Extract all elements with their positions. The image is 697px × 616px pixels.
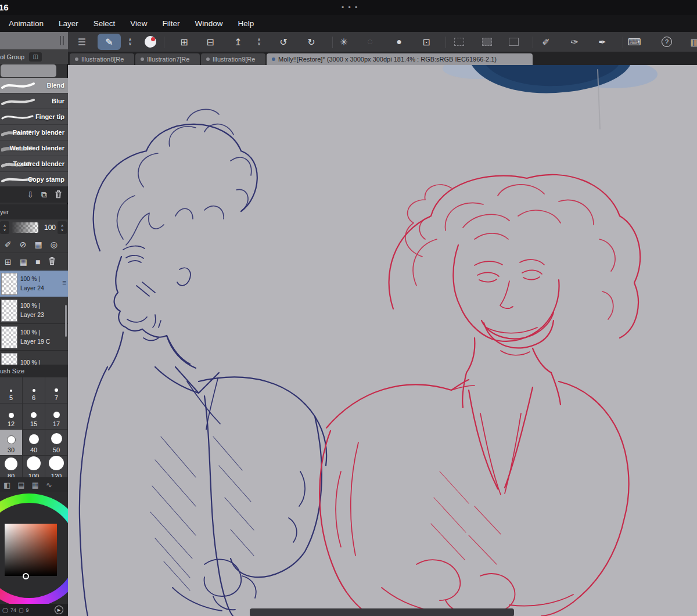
menu-animation[interactable]: Animation [9, 19, 44, 28]
document-tab[interactable]: Illustration7[Re [135, 53, 200, 65]
import-subtool-button[interactable]: ⇩ [27, 190, 34, 199]
brush-size-cell[interactable]: 12 [0, 404, 23, 430]
brush-size-cell[interactable]: 5 [0, 377, 23, 404]
help-button[interactable]: ? [657, 34, 677, 50]
brush-size-cell[interactable]: 6 [23, 377, 45, 404]
panel-scrollbar[interactable] [65, 305, 67, 337]
polyline-tool-button[interactable]: ✐ [536, 34, 556, 50]
brush-size-cell-selected[interactable]: 30 [0, 430, 23, 456]
opacity-stepper[interactable]: ∧ ∨ [58, 221, 67, 234]
gradient-square-tab[interactable]: ◧ [3, 481, 10, 489]
play-button[interactable]: ▶ [55, 606, 63, 614]
brush-size-cell[interactable]: 7 [45, 377, 68, 404]
pen-tool-button[interactable]: ✎ [98, 34, 121, 50]
marquee-fill-select-button[interactable] [477, 34, 497, 50]
new-folder-button[interactable]: ▦ [20, 257, 27, 266]
layer-row[interactable]: 100 % | Layer 23 [0, 297, 68, 324]
document-tab[interactable]: Illustration8[Re [70, 53, 134, 65]
keyboard-shortcuts-button[interactable]: ⌨ [624, 34, 644, 50]
new-layer-button[interactable]: ⊞ [5, 257, 12, 266]
export-button[interactable]: ↥ [228, 34, 248, 50]
marquee-select-button[interactable] [449, 34, 469, 50]
document-tab[interactable]: Illustration9[Re [201, 53, 265, 65]
subtool-item-blend[interactable]: Blend [0, 78, 68, 93]
subtool-item-painterly-blender[interactable]: Painterly blender [0, 125, 68, 141]
blend-mode-stepper[interactable]: ∧ ∨ [0, 221, 9, 234]
menu-select[interactable]: Select [94, 19, 116, 28]
layer-row[interactable]: 100 % | [0, 351, 68, 365]
undo-button[interactable]: ↺ [274, 34, 293, 50]
curve-tab[interactable]: ∿ [46, 481, 52, 489]
selected-tool-group[interactable] [1, 64, 56, 77]
lock-transparent-button[interactable]: ▦ [34, 240, 42, 249]
multitask-dots-icon[interactable]: • • • [342, 3, 358, 12]
tab-label: Illustration9[Re [213, 56, 255, 63]
clock: 16 [0, 2, 9, 12]
subtool-item-wet-bleed-blender[interactable]: Wet bleed blender [0, 141, 68, 156]
active-document-tab[interactable]: Molly!![Restore]* (3000 x 3000px 300dpi … [267, 53, 533, 65]
clip-studio-home-button[interactable] [141, 34, 160, 50]
color-cursor-icon[interactable] [23, 573, 29, 579]
menu-filter[interactable]: Filter [162, 19, 179, 28]
draft-layer-button[interactable]: ✐ [5, 240, 12, 249]
subtool-item-blur[interactable]: Blur [0, 93, 68, 109]
tool-switch-stepper[interactable]: ∧∨ [120, 34, 140, 50]
brush-size-grid: 5 6 7 12 15 17 30 40 50 80 100 120 [0, 377, 68, 477]
tone-tab[interactable]: ▤ [17, 481, 24, 489]
status-bar: 16 • • • [0, 0, 697, 15]
brush-size-cell[interactable]: 80 [0, 456, 23, 477]
main-menu-button[interactable]: ☰ [72, 34, 92, 50]
brush-size-cell[interactable]: 100 [23, 456, 45, 477]
deselect-button[interactable]: ◌ [360, 34, 380, 50]
brush-tool-button[interactable]: ✑ [565, 34, 584, 50]
delete-subtool-button[interactable] [55, 190, 62, 200]
frame-select-button[interactable] [504, 34, 523, 50]
dotted-circle-icon: ◌ [367, 37, 373, 47]
clipping-mask-button[interactable]: ◎ [51, 240, 58, 249]
chevron-down-icon: ∨ [128, 42, 132, 46]
redo-button[interactable]: ↻ [301, 34, 321, 50]
fill-button[interactable]: ● [389, 34, 409, 50]
blend-indicator-icon: | [38, 329, 40, 336]
opacity-slider[interactable] [12, 222, 38, 233]
saturation-value-square[interactable] [5, 524, 57, 576]
menu-window[interactable]: Window [195, 19, 222, 28]
panel-toggle-button[interactable]: ◫ [29, 52, 42, 62]
open-file-button[interactable]: ⊟ [200, 34, 220, 50]
status-value-right: 9 [26, 607, 29, 613]
subtool-item-finger-tip[interactable]: Finger tip [0, 109, 68, 125]
brush-stroke-thumbnail [1, 96, 35, 107]
lock-layer-button[interactable]: ⊘ [20, 240, 27, 249]
brush-size-cell[interactable]: 50 [45, 430, 68, 456]
new-canvas-button[interactable]: ⊞ [174, 34, 194, 50]
drag-handle-icon[interactable]: ≡ [62, 279, 66, 287]
subtool-label: Painterly blender [13, 129, 64, 136]
menu-view[interactable]: View [130, 19, 147, 28]
layer-row-selected[interactable]: 100 % | Layer 24 ≡ [0, 271, 68, 297]
transform-button[interactable]: ⊡ [416, 34, 436, 50]
bottom-edge-bar [250, 608, 514, 616]
subtool-item-textured-blender[interactable]: Textured blender [0, 156, 68, 172]
merge-layer-button[interactable]: ■ [35, 257, 40, 266]
menu-layer[interactable]: Layer [59, 19, 78, 28]
menu-help[interactable]: Help [238, 19, 254, 28]
clear-button[interactable]: ✳ [334, 34, 354, 50]
brush-size-cell[interactable]: 120 [45, 456, 68, 477]
panel-grip-icon [63, 36, 64, 45]
grid-tab[interactable]: ▦ [32, 481, 39, 489]
file-switch-stepper[interactable]: ∧∨ [249, 34, 269, 50]
subtool-list: Blend Blur Finger tip Painterly blender … [0, 78, 68, 188]
ruler-pen-button[interactable]: ✒ [592, 34, 612, 50]
document-tab-bar: Illustration8[Re Illustration7[Re Illust… [68, 52, 697, 65]
brush-size-cell[interactable]: 15 [23, 404, 45, 430]
subtool-item-copy-stamp[interactable]: Copy stamp [0, 172, 68, 188]
layer-row[interactable]: 100 % | Layer 19 C [0, 324, 68, 351]
extra-panel-button[interactable]: ▥ [685, 34, 697, 50]
delete-layer-button[interactable] [48, 257, 56, 267]
brush-dot-icon [7, 435, 16, 444]
tool-panel-header[interactable] [0, 32, 68, 49]
brush-size-cell[interactable]: 40 [23, 430, 45, 456]
duplicate-subtool-button[interactable]: ⧉ [41, 190, 47, 199]
canvas[interactable] [68, 65, 697, 616]
brush-size-cell[interactable]: 17 [45, 404, 68, 430]
